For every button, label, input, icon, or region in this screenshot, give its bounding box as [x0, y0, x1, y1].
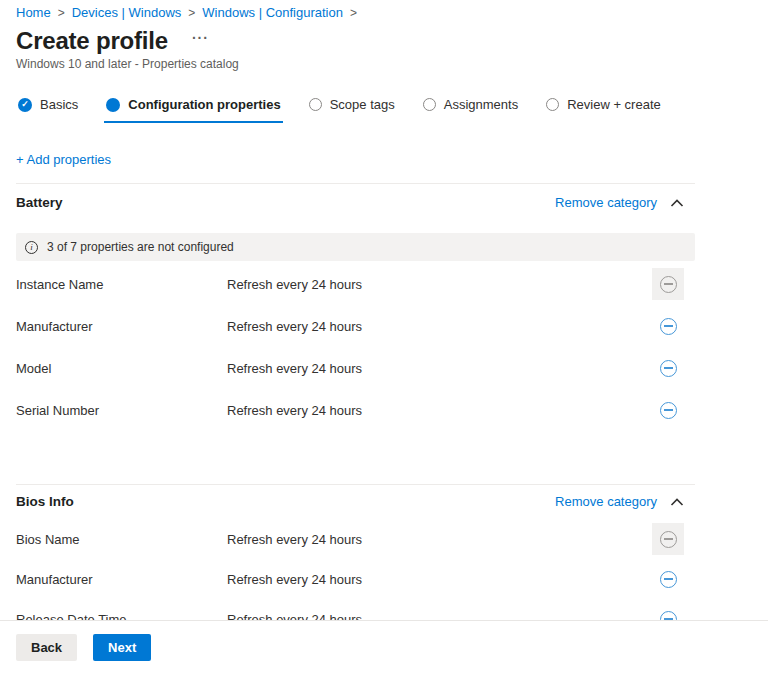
create-profile-page: Home > Devices | Windows > Windows | Con…: [0, 0, 695, 639]
section-title: Bios Info: [16, 494, 74, 509]
tab-label: Scope tags: [330, 97, 395, 112]
breadcrumb-home[interactable]: Home: [16, 5, 51, 20]
minus-circle-icon: [660, 360, 677, 377]
property-label: Manufacturer: [16, 572, 227, 587]
property-label: Model: [16, 361, 227, 376]
tab-label: Review + create: [567, 97, 661, 112]
breadcrumb-separator: >: [350, 6, 357, 20]
step-circle-icon: [546, 98, 559, 111]
step-active-dot-icon: [106, 98, 120, 112]
tab-configuration-properties[interactable]: Configuration properties: [104, 91, 282, 123]
property-label: Bios Name: [16, 532, 227, 547]
add-properties-link[interactable]: + Add properties: [16, 152, 111, 167]
property-value: Refresh every 24 hours: [227, 532, 652, 547]
breadcrumb: Home > Devices | Windows > Windows | Con…: [16, 5, 695, 20]
title-row: Create profile ···: [16, 27, 695, 54]
tab-label: Configuration properties: [128, 97, 280, 112]
wizard-steps: ✓ Basics Configuration properties Scope …: [16, 91, 695, 123]
property-rows: Instance Name Refresh every 24 hours Man…: [16, 263, 695, 431]
section-bios-info: Bios Info Remove category Bios Name Refr…: [16, 484, 695, 639]
remove-property-button[interactable]: [652, 310, 684, 342]
property-value: Refresh every 24 hours: [227, 277, 652, 292]
property-value: Refresh every 24 hours: [227, 361, 652, 376]
property-value: Refresh every 24 hours: [227, 403, 652, 418]
section-actions: Remove category: [555, 494, 695, 509]
property-value: Refresh every 24 hours: [227, 572, 652, 587]
more-options-icon[interactable]: ···: [190, 31, 211, 51]
minus-circle-icon: [660, 531, 677, 548]
remove-property-button[interactable]: [652, 563, 684, 595]
back-button[interactable]: Back: [16, 634, 77, 661]
remove-property-button[interactable]: [652, 352, 684, 384]
minus-circle-icon: [660, 571, 677, 588]
step-circle-icon: [309, 98, 322, 111]
page-subtitle: Windows 10 and later - Properties catalo…: [16, 57, 695, 71]
next-button[interactable]: Next: [93, 634, 151, 661]
section-title: Battery: [16, 195, 63, 210]
section-battery: Battery Remove category i 3 of 7 propert…: [16, 183, 695, 431]
banner-text: 3 of 7 properties are not configured: [47, 240, 234, 254]
chevron-up-icon: [670, 198, 684, 208]
section-header: Battery Remove category: [16, 184, 695, 210]
not-configured-banner: i 3 of 7 properties are not configured: [16, 233, 695, 261]
property-row: Bios Name Refresh every 24 hours: [16, 519, 695, 559]
remove-category-link[interactable]: Remove category: [555, 494, 657, 509]
minus-circle-icon: [660, 402, 677, 419]
property-label: Instance Name: [16, 277, 227, 292]
step-complete-check-icon: ✓: [18, 98, 32, 112]
minus-circle-icon: [660, 318, 677, 335]
tab-label: Assignments: [444, 97, 518, 112]
footer-action-bar: Back Next: [0, 620, 768, 673]
collapse-section-button[interactable]: [670, 497, 684, 507]
tab-assignments[interactable]: Assignments: [421, 91, 520, 123]
breadcrumb-windows-configuration[interactable]: Windows | Configuration: [202, 5, 343, 20]
property-row: Instance Name Refresh every 24 hours: [16, 263, 695, 305]
property-row: Manufacturer Refresh every 24 hours: [16, 305, 695, 347]
chevron-up-icon: [670, 497, 684, 507]
section-header: Bios Info Remove category: [16, 485, 695, 509]
property-row: Model Refresh every 24 hours: [16, 347, 695, 389]
breadcrumb-separator: >: [188, 6, 195, 20]
tab-label: Basics: [40, 97, 78, 112]
step-circle-icon: [423, 98, 436, 111]
property-row: Serial Number Refresh every 24 hours: [16, 389, 695, 431]
property-value: Refresh every 24 hours: [227, 319, 652, 334]
collapse-section-button[interactable]: [670, 198, 684, 208]
tab-basics[interactable]: ✓ Basics: [16, 91, 80, 123]
info-icon: i: [25, 241, 38, 254]
section-actions: Remove category: [555, 195, 695, 210]
minus-circle-icon: [660, 276, 677, 293]
breadcrumb-devices-windows[interactable]: Devices | Windows: [72, 5, 182, 20]
property-label: Manufacturer: [16, 319, 227, 334]
property-label: Serial Number: [16, 403, 227, 418]
remove-category-link[interactable]: Remove category: [555, 195, 657, 210]
breadcrumb-separator: >: [58, 6, 65, 20]
remove-property-button: [652, 268, 684, 300]
tab-review-create[interactable]: Review + create: [544, 91, 663, 123]
remove-property-button: [652, 523, 684, 555]
property-row: Manufacturer Refresh every 24 hours: [16, 559, 695, 599]
remove-property-button[interactable]: [652, 394, 684, 426]
tab-scope-tags[interactable]: Scope tags: [307, 91, 397, 123]
page-title: Create profile: [16, 27, 168, 54]
